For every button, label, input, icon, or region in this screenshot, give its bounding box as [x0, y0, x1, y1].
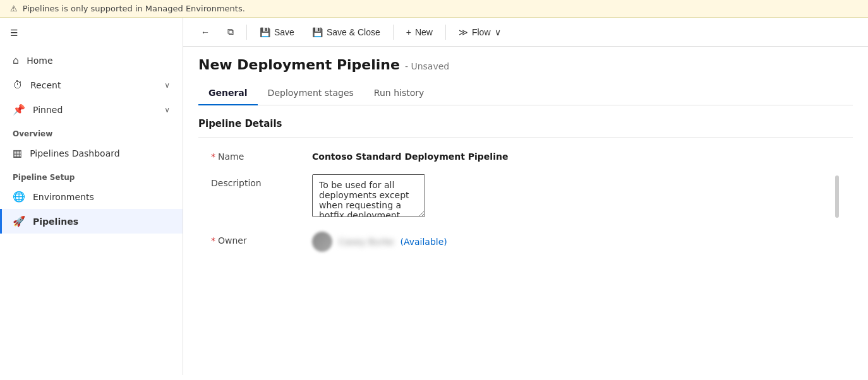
section-title: Pipeline Details: [198, 118, 853, 138]
description-field-row: Description To be used for all deploymen…: [198, 174, 853, 219]
owner-label: *Owner: [211, 232, 299, 246]
required-indicator: *: [211, 235, 215, 246]
description-textarea-wrapper: To be used for all deployments except wh…: [312, 174, 840, 219]
sidebar-item-label: Pinned: [33, 105, 63, 115]
sidebar-item-label: Environments: [33, 192, 94, 202]
owner-field-row: *Owner Casey Burke (Available): [198, 232, 853, 252]
toolbar-separator: [246, 25, 247, 40]
description-label: Description: [211, 174, 299, 188]
name-label: *Name: [211, 148, 299, 162]
tab-run-history[interactable]: Run history: [364, 83, 434, 105]
sidebar-item-recent[interactable]: ⏱ Recent ∨: [0, 73, 183, 97]
new-label: New: [415, 27, 433, 37]
hamburger-menu[interactable]: ☰: [0, 20, 183, 48]
new-button[interactable]: + New: [399, 23, 440, 41]
pipeline-icon: 🚀: [13, 215, 25, 227]
banner-icon: ⚠: [10, 4, 18, 13]
managed-env-banner: ⚠ Pipelines is only supported in Managed…: [0, 0, 868, 18]
tab-deployment-stages[interactable]: Deployment stages: [258, 83, 364, 105]
dashboard-icon: ▦: [13, 147, 22, 159]
plus-icon: +: [406, 27, 411, 37]
name-value: Contoso Standard Deployment Pipeline: [312, 148, 840, 162]
sidebar-item-home[interactable]: ⌂ Home: [0, 48, 183, 73]
page-title: New Deployment Pipeline: [198, 57, 400, 73]
avatar: [312, 232, 332, 252]
owner-value: Casey Burke (Available): [312, 232, 447, 252]
page-status: - Unsaved: [405, 61, 449, 71]
toolbar-separator-3: [445, 25, 446, 40]
toolbar: ← ⧉ 💾 Save 💾 Save & Close + New ≫ F: [183, 18, 868, 47]
required-indicator: *: [211, 151, 215, 162]
external-link-icon: ⧉: [227, 27, 234, 37]
save-icon: 💾: [260, 27, 270, 37]
chevron-down-icon: ∨: [164, 81, 170, 90]
pin-icon: 📌: [13, 104, 25, 116]
page-title-row: New Deployment Pipeline - Unsaved: [198, 57, 853, 73]
owner-name: Casey Burke: [339, 237, 394, 247]
sidebar-item-environments[interactable]: 🌐 Environments: [0, 184, 183, 209]
description-textarea[interactable]: To be used for all deployments except wh…: [312, 174, 425, 217]
name-field-row: *Name Contoso Standard Deployment Pipeli…: [198, 148, 853, 162]
sidebar-item-pipelines-dashboard[interactable]: ▦ Pipelines Dashboard: [0, 141, 183, 165]
tab-general[interactable]: General: [198, 83, 258, 105]
content-area: Pipeline Details *Name Contoso Standard …: [183, 105, 868, 375]
flow-button[interactable]: ≫ Flow ∨: [451, 23, 509, 41]
owner-status: (Available): [400, 237, 447, 247]
page-header: New Deployment Pipeline - Unsaved Genera…: [183, 47, 868, 105]
flow-label: Flow: [472, 27, 491, 37]
save-close-label: Save & Close: [327, 27, 380, 37]
flow-icon: ≫: [459, 27, 468, 37]
home-icon: ⌂: [13, 54, 19, 66]
recent-icon: ⏱: [13, 79, 23, 91]
banner-message: Pipelines is only supported in Managed E…: [23, 4, 245, 13]
textarea-scrollbar[interactable]: [835, 175, 839, 218]
sidebar: ☰ ⌂ Home ⏱ Recent ∨ 📌 Pinned ∨ Overview …: [0, 18, 183, 375]
tabs: General Deployment stages Run history: [198, 83, 853, 105]
save-close-icon: 💾: [312, 27, 323, 37]
save-button[interactable]: 💾 Save: [252, 23, 302, 41]
flow-chevron-icon: ∨: [495, 27, 501, 37]
sidebar-item-label: Pipelines: [33, 217, 78, 227]
external-link-button[interactable]: ⧉: [220, 23, 241, 41]
sidebar-item-label: Pipelines Dashboard: [30, 148, 120, 158]
sidebar-item-label: Recent: [30, 80, 61, 90]
save-label: Save: [274, 27, 294, 37]
sidebar-item-pipelines[interactable]: 🚀 Pipelines: [0, 209, 183, 234]
back-icon: ←: [201, 27, 210, 37]
main-content: ← ⧉ 💾 Save 💾 Save & Close + New ≫ F: [183, 18, 868, 375]
chevron-down-icon: ∨: [164, 105, 170, 114]
sidebar-item-pinned[interactable]: 📌 Pinned ∨: [0, 97, 183, 122]
sidebar-section-pipeline-setup: Pipeline Setup: [0, 165, 183, 184]
save-close-button[interactable]: 💾 Save & Close: [304, 23, 388, 41]
globe-icon: 🌐: [13, 191, 25, 203]
sidebar-section-overview: Overview: [0, 122, 183, 141]
sidebar-item-label: Home: [27, 56, 52, 66]
toolbar-separator-2: [393, 25, 394, 40]
back-button[interactable]: ←: [193, 23, 217, 41]
hamburger-icon: ☰: [10, 28, 18, 38]
